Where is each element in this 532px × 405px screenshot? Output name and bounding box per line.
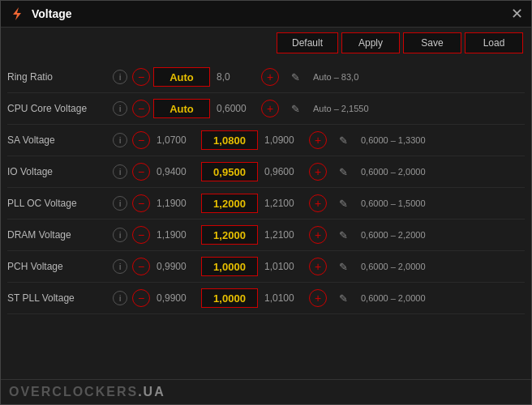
step-value-st-pll-voltage: 1,0100	[261, 292, 306, 304]
title-bar: Voltage ✕	[1, 1, 531, 28]
edit-icon-io-voltage[interactable]: ✎	[335, 164, 351, 180]
value-input-pll-oc-voltage[interactable]	[201, 194, 258, 213]
prev-value-dram-voltage: 1,1900	[153, 229, 198, 241]
step-value-ring-ratio: 8,0	[213, 71, 258, 83]
range-st-pll-voltage: 0,6000 – 2,0000	[361, 293, 426, 303]
edit-icon-dram-voltage[interactable]: ✎	[335, 227, 351, 243]
row-pch-voltage: PCH Voltage i − 0,9900 1,0100 + ✎ 0,6000…	[7, 251, 525, 283]
row-st-pll-voltage: ST PLL Voltage i − 0,9900 1,0100 + ✎ 0,6…	[7, 283, 525, 314]
range-cpu-core-voltage: Auto – 2,1550	[313, 104, 369, 113]
label-st-pll-voltage: ST PLL Voltage	[7, 292, 113, 304]
label-dram-voltage: DRAM Voltage	[7, 229, 113, 241]
watermark-suffix: .ua	[138, 385, 165, 399]
prev-value-io-voltage: 0,9400	[153, 166, 198, 177]
range-pll-oc-voltage: 0,6000 – 1,5000	[361, 198, 426, 208]
row-cpu-core-voltage: CPU Core Voltage i − 0,6000 + ✎ Auto – 2…	[7, 93, 525, 125]
edit-icon-pll-oc-voltage[interactable]: ✎	[335, 195, 351, 211]
prev-value-st-pll-voltage: 0,9900	[153, 292, 198, 304]
controls-io-voltage: − 0,9400 0,9600 + ✎ 0,6000 – 2,0000	[132, 162, 525, 181]
close-button[interactable]: ✕	[511, 6, 523, 21]
watermark-text: OVERCLOCKERS	[9, 385, 138, 399]
info-icon-pll-oc-voltage[interactable]: i	[113, 196, 127, 211]
value-input-ring-ratio[interactable]	[153, 67, 210, 87]
app-logo-icon	[9, 6, 25, 22]
rows-container: Ring Ratio i − 8,0 + ✎ Auto – 83,0 CPU C…	[1, 58, 531, 379]
controls-pll-oc-voltage: − 1,1900 1,2100 + ✎ 0,6000 – 1,5000	[132, 194, 525, 213]
value-input-dram-voltage[interactable]	[201, 225, 258, 245]
edit-icon-ring-ratio[interactable]: ✎	[287, 69, 303, 85]
label-pch-voltage: PCH Voltage	[7, 261, 113, 272]
footer: OVERCLOCKERS.ua	[1, 379, 531, 404]
voltage-window: Voltage ✕ Default Apply Save Load Ring R…	[0, 0, 532, 405]
range-sa-voltage: 0,6000 – 1,3300	[361, 135, 426, 145]
info-icon-ring-ratio[interactable]: i	[113, 70, 127, 84]
edit-icon-sa-voltage[interactable]: ✎	[335, 132, 351, 148]
increment-pch-voltage[interactable]: +	[309, 258, 327, 275]
increment-sa-voltage[interactable]: +	[309, 131, 327, 149]
step-value-sa-voltage: 1,0900	[261, 134, 306, 146]
decrement-cpu-core-voltage[interactable]: −	[132, 100, 150, 117]
value-input-st-pll-voltage[interactable]	[201, 288, 258, 308]
label-sa-voltage: SA Voltage	[7, 134, 113, 146]
label-ring-ratio: Ring Ratio	[7, 71, 113, 83]
step-value-pll-oc-voltage: 1,2100	[261, 198, 306, 209]
increment-cpu-core-voltage[interactable]: +	[261, 100, 279, 117]
default-button[interactable]: Default	[277, 32, 338, 53]
info-icon-cpu-core-voltage[interactable]: i	[113, 101, 127, 116]
step-value-pch-voltage: 1,0100	[261, 261, 306, 272]
edit-icon-st-pll-voltage[interactable]: ✎	[335, 290, 351, 306]
value-input-sa-voltage[interactable]	[201, 130, 258, 150]
controls-dram-voltage: − 1,1900 1,2100 + ✎ 0,6000 – 2,2000	[132, 225, 525, 245]
range-ring-ratio: Auto – 83,0	[313, 72, 358, 82]
toolbar: Default Apply Save Load	[1, 28, 531, 58]
decrement-pch-voltage[interactable]: −	[132, 258, 150, 275]
range-io-voltage: 0,6000 – 2,0000	[361, 167, 426, 177]
label-pll-oc-voltage: PLL OC Voltage	[7, 198, 113, 209]
save-button[interactable]: Save	[403, 32, 461, 53]
prev-value-pll-oc-voltage: 1,1900	[153, 198, 198, 209]
row-pll-oc-voltage: PLL OC Voltage i − 1,1900 1,2100 + ✎ 0,6…	[7, 188, 525, 220]
step-value-io-voltage: 0,9600	[261, 166, 306, 177]
value-input-cpu-core-voltage[interactable]	[153, 99, 210, 118]
range-dram-voltage: 0,6000 – 2,2000	[361, 230, 426, 240]
row-sa-voltage: SA Voltage i − 1,0700 1,0900 + ✎ 0,6000 …	[7, 125, 525, 156]
label-io-voltage: IO Voltage	[7, 166, 113, 177]
decrement-sa-voltage[interactable]: −	[132, 131, 150, 149]
info-icon-pch-voltage[interactable]: i	[113, 259, 127, 274]
range-pch-voltage: 0,6000 – 2,0000	[361, 262, 426, 271]
step-value-cpu-core-voltage: 0,6000	[213, 103, 258, 114]
decrement-io-voltage[interactable]: −	[132, 163, 150, 181]
apply-button[interactable]: Apply	[341, 32, 400, 53]
increment-st-pll-voltage[interactable]: +	[309, 289, 327, 307]
window-title: Voltage	[32, 7, 511, 20]
value-input-io-voltage[interactable]	[201, 162, 258, 181]
info-icon-st-pll-voltage[interactable]: i	[113, 291, 127, 305]
row-io-voltage: IO Voltage i − 0,9400 0,9600 + ✎ 0,6000 …	[7, 156, 525, 188]
value-input-pch-voltage[interactable]	[201, 257, 258, 276]
svg-marker-0	[13, 7, 21, 20]
decrement-pll-oc-voltage[interactable]: −	[132, 194, 150, 212]
edit-icon-pch-voltage[interactable]: ✎	[335, 258, 351, 275]
info-icon-io-voltage[interactable]: i	[113, 164, 127, 179]
step-value-dram-voltage: 1,2100	[261, 229, 306, 241]
prev-value-pch-voltage: 0,9900	[153, 261, 198, 272]
info-icon-sa-voltage[interactable]: i	[113, 133, 127, 147]
load-button[interactable]: Load	[465, 32, 523, 53]
controls-ring-ratio: − 8,0 + ✎ Auto – 83,0	[132, 67, 525, 87]
controls-st-pll-voltage: − 0,9900 1,0100 + ✎ 0,6000 – 2,0000	[132, 288, 525, 308]
controls-sa-voltage: − 1,0700 1,0900 + ✎ 0,6000 – 1,3300	[132, 130, 525, 150]
decrement-dram-voltage[interactable]: −	[132, 226, 150, 244]
increment-pll-oc-voltage[interactable]: +	[309, 194, 327, 212]
increment-dram-voltage[interactable]: +	[309, 226, 327, 244]
label-cpu-core-voltage: CPU Core Voltage	[7, 103, 113, 114]
increment-ring-ratio[interactable]: +	[261, 68, 279, 86]
increment-io-voltage[interactable]: +	[309, 163, 327, 181]
row-ring-ratio: Ring Ratio i − 8,0 + ✎ Auto – 83,0	[7, 62, 525, 93]
watermark: OVERCLOCKERS.ua	[9, 385, 165, 399]
edit-icon-cpu-core-voltage[interactable]: ✎	[287, 100, 303, 117]
controls-cpu-core-voltage: − 0,6000 + ✎ Auto – 2,1550	[132, 99, 525, 118]
info-icon-dram-voltage[interactable]: i	[113, 228, 127, 242]
decrement-ring-ratio[interactable]: −	[132, 68, 150, 86]
decrement-st-pll-voltage[interactable]: −	[132, 289, 150, 307]
controls-pch-voltage: − 0,9900 1,0100 + ✎ 0,6000 – 2,0000	[132, 257, 525, 276]
